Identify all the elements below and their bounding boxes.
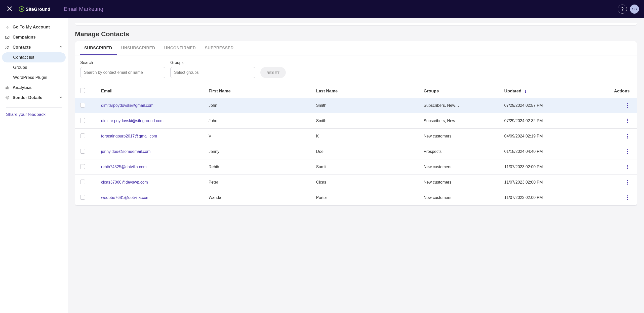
row-checkbox[interactable] bbox=[80, 180, 85, 184]
svg-point-29 bbox=[627, 197, 628, 198]
svg-rect-8 bbox=[8, 87, 9, 89]
table-row: jenny.doe@someemail.comJennyDoeProspects… bbox=[75, 144, 637, 159]
sidebar-item-campaigns[interactable]: Campaigns bbox=[2, 32, 66, 42]
table-row: cicas37060@devswp.comPeterCicasNew custo… bbox=[75, 175, 637, 190]
last-name-cell: Sumit bbox=[313, 159, 421, 175]
row-actions-button[interactable] bbox=[625, 117, 630, 125]
svg-point-30 bbox=[627, 199, 628, 200]
more-vertical-icon bbox=[627, 164, 628, 169]
email-link[interactable]: dimitar.poydovski@siteground.com bbox=[101, 119, 164, 123]
go-to-account-link[interactable]: Go To My Account bbox=[2, 22, 66, 32]
groups-cell: Subscribers, New… bbox=[424, 103, 464, 108]
col-groups[interactable]: Groups bbox=[421, 85, 501, 98]
tab-subscribed[interactable]: SUBSCRIBED bbox=[80, 41, 117, 55]
svg-point-20 bbox=[627, 151, 628, 152]
row-actions-button[interactable] bbox=[625, 163, 630, 171]
user-avatar[interactable]: SS bbox=[630, 5, 639, 14]
col-email[interactable]: Email bbox=[98, 85, 206, 98]
row-actions-button[interactable] bbox=[625, 132, 630, 140]
row-actions-button[interactable] bbox=[625, 194, 630, 202]
app-header: SiteGround Email Marketing ? SS bbox=[0, 0, 644, 18]
svg-point-19 bbox=[627, 149, 628, 150]
email-link[interactable]: rehib74525@dotvilla.com bbox=[101, 165, 147, 169]
more-vertical-icon bbox=[627, 118, 628, 123]
tab-unsubscribed[interactable]: UNSUBSCRIBED bbox=[117, 41, 160, 55]
col-last-name[interactable]: Last Name bbox=[313, 85, 421, 98]
sidebar-item-contacts[interactable]: Contacts bbox=[2, 42, 66, 52]
close-button[interactable] bbox=[5, 3, 14, 15]
help-icon: ? bbox=[621, 7, 624, 12]
sidebar-item-analytics[interactable]: Analytics bbox=[2, 83, 66, 93]
sidebar-divider bbox=[6, 107, 62, 108]
first-name-cell: V bbox=[206, 129, 313, 144]
app-title: Email Marketing bbox=[64, 6, 103, 12]
row-actions-button[interactable] bbox=[625, 178, 630, 186]
table-row: rehib74525@dotvilla.comRehibSumitNew cus… bbox=[75, 159, 637, 175]
groups-cell: Prospects bbox=[424, 149, 464, 154]
row-checkbox[interactable] bbox=[80, 149, 85, 154]
svg-point-26 bbox=[627, 182, 628, 183]
sidebar-sub-label: Groups bbox=[13, 65, 27, 70]
email-link[interactable]: cicas37060@devswp.com bbox=[101, 180, 148, 184]
row-actions-button[interactable] bbox=[625, 148, 630, 156]
email-link[interactable]: jenny.doe@someemail.com bbox=[101, 149, 150, 154]
row-actions-button[interactable] bbox=[625, 101, 630, 110]
col-first-name[interactable]: First Name bbox=[206, 85, 313, 98]
filters: Search Groups Select groups RESET bbox=[75, 55, 637, 85]
email-link[interactable]: wedobe7681@dotvilla.com bbox=[101, 195, 149, 200]
gear-icon bbox=[5, 95, 10, 100]
table-row: dimitar.poydovski@siteground.comJohnSmit… bbox=[75, 113, 637, 129]
sidebar-item-label: Analytics bbox=[13, 85, 32, 90]
help-button[interactable]: ? bbox=[618, 5, 627, 14]
search-input[interactable] bbox=[80, 67, 165, 78]
more-vertical-icon bbox=[627, 134, 628, 139]
select-all-checkbox[interactable] bbox=[80, 88, 85, 93]
groups-label: Groups bbox=[170, 60, 255, 65]
svg-point-21 bbox=[627, 153, 628, 154]
updated-cell: 07/29/2024 02:57 PM bbox=[501, 98, 591, 113]
sidebar-item-sender-details[interactable]: Sender Details bbox=[2, 93, 66, 103]
close-icon bbox=[7, 6, 12, 11]
row-checkbox[interactable] bbox=[80, 133, 85, 138]
reset-button[interactable]: RESET bbox=[260, 67, 286, 78]
first-name-cell: John bbox=[206, 98, 313, 113]
table-row: wedobe7681@dotvilla.comWandaPorterNew cu… bbox=[75, 190, 637, 205]
chevron-down-icon bbox=[59, 95, 63, 100]
svg-rect-7 bbox=[7, 87, 8, 89]
groups-cell: New customers bbox=[424, 134, 464, 138]
chart-icon bbox=[5, 85, 10, 90]
first-name-cell: Rehib bbox=[206, 159, 313, 175]
sidebar-sub-groups[interactable]: Groups bbox=[2, 62, 66, 73]
col-actions: Actions bbox=[591, 85, 637, 98]
contacts-card: SUBSCRIBED UNSUBSCRIBED UNCONFIRMED SUPP… bbox=[75, 41, 637, 206]
tab-suppressed[interactable]: SUPPRESSED bbox=[200, 41, 238, 55]
table-row: fortestingpurp2017@gmail.comVKNew custom… bbox=[75, 129, 637, 144]
svg-point-22 bbox=[627, 165, 628, 166]
row-checkbox[interactable] bbox=[80, 118, 85, 123]
email-link[interactable]: dimitarpoydovski@gmail.com bbox=[101, 103, 153, 108]
email-link[interactable]: fortestingpurp2017@gmail.com bbox=[101, 134, 157, 138]
tab-unconfirmed[interactable]: UNCONFIRMED bbox=[160, 41, 200, 55]
top-card-sliver bbox=[75, 23, 637, 26]
row-checkbox[interactable] bbox=[80, 103, 85, 108]
row-checkbox[interactable] bbox=[80, 195, 85, 200]
last-name-cell: Porter bbox=[313, 190, 421, 205]
sidebar-item-label: Campaigns bbox=[13, 35, 36, 40]
svg-point-23 bbox=[627, 166, 628, 167]
svg-point-28 bbox=[627, 195, 628, 196]
sidebar-item-label: Sender Details bbox=[13, 95, 42, 100]
col-updated[interactable]: Updated bbox=[501, 85, 591, 98]
groups-cell: New customers bbox=[424, 180, 464, 185]
updated-cell: 01/18/2024 04:40 PM bbox=[501, 144, 591, 159]
sort-desc-icon bbox=[524, 89, 527, 93]
groups-select[interactable]: Select groups bbox=[170, 67, 255, 78]
search-label: Search bbox=[80, 60, 165, 65]
last-name-cell: Cicas bbox=[313, 175, 421, 190]
feedback-link[interactable]: Share your feedback bbox=[2, 112, 66, 117]
svg-point-18 bbox=[627, 137, 628, 138]
sidebar-sub-wp-plugin[interactable]: WordPress Plugin bbox=[2, 73, 66, 83]
sidebar-sub-contact-list[interactable]: Contact list bbox=[2, 52, 66, 62]
svg-point-15 bbox=[627, 122, 628, 123]
groups-cell: New customers bbox=[424, 195, 464, 200]
row-checkbox[interactable] bbox=[80, 164, 85, 169]
